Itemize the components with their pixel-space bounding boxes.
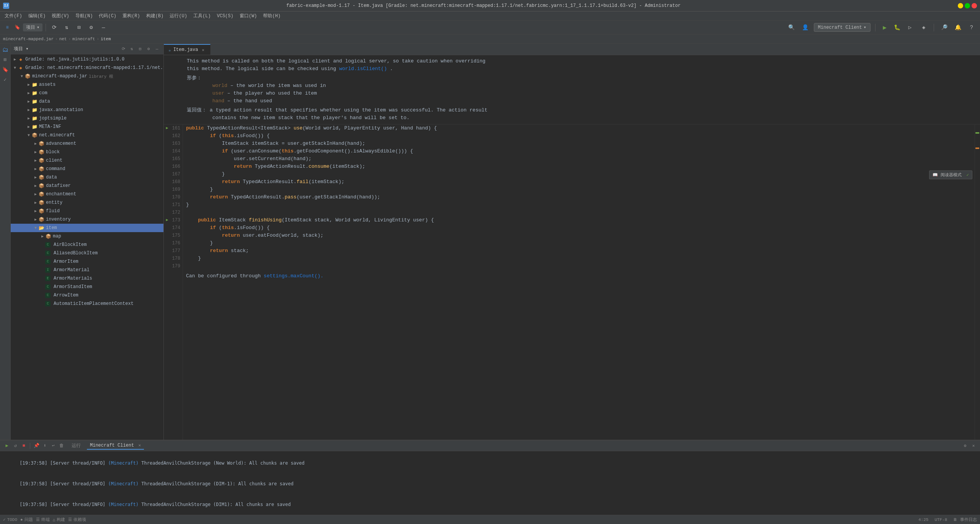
mc-client-dropdown[interactable]: Minecraft Client ▾ bbox=[814, 23, 871, 32]
run-clear-button[interactable]: 🗑 bbox=[58, 442, 65, 450]
hide-btn[interactable]: — bbox=[98, 22, 109, 33]
menu-code[interactable]: 代码(C) bbox=[96, 12, 119, 20]
tree-item-map[interactable]: ▶ 📦 map bbox=[11, 232, 163, 241]
status-terminal[interactable]: ☰ 终端 bbox=[36, 517, 50, 522]
tree-item-gradle1[interactable]: ▶ ◆ Gradle: net.java.jutils:jutils:1.0.0 bbox=[11, 55, 163, 64]
bookmarks-icon[interactable]: 🔖 bbox=[13, 23, 21, 32]
breadcrumb-net[interactable]: net bbox=[59, 37, 67, 41]
menu-build[interactable]: 构建(B) bbox=[143, 12, 167, 20]
reading-mode-button[interactable]: 📖 阅读器模式 ✓ bbox=[929, 170, 972, 179]
tree-item-item[interactable]: ▼ 📂 item bbox=[11, 224, 163, 232]
panel-collapse-icon[interactable]: ⊟ bbox=[137, 46, 144, 52]
tree-item-armoritem[interactable]: ▶ C ArmorItem bbox=[11, 257, 163, 266]
tree-item-advancement[interactable]: ▶ 📦 advancement bbox=[11, 139, 163, 148]
profile-btn[interactable]: ◈ bbox=[918, 22, 929, 33]
menu-file[interactable]: 文件(F) bbox=[2, 12, 25, 20]
breadcrumb-root[interactable]: minecraft-mapped.jar bbox=[3, 37, 54, 41]
debug-button[interactable]: 🐛 bbox=[892, 23, 902, 32]
project-dropdown[interactable]: 项目 ▾ bbox=[23, 23, 42, 31]
menu-tools[interactable]: 工具(L) bbox=[190, 12, 214, 20]
run-start-button[interactable]: ▶ bbox=[3, 442, 11, 450]
panel-settings-icon[interactable]: ⚙ bbox=[145, 46, 152, 52]
tree-item-mcjar[interactable]: ▼ 📦 minecraft-mapped.jar library 根 bbox=[11, 72, 163, 80]
bottom-tab-run[interactable]: 运行 bbox=[69, 442, 84, 450]
close-button[interactable] bbox=[972, 3, 977, 8]
maximize-button[interactable] bbox=[965, 3, 970, 8]
search-everywhere-btn[interactable]: 🔎 bbox=[939, 22, 949, 33]
tree-item-entity[interactable]: ▶ 📦 entity bbox=[11, 198, 163, 207]
status-event-log[interactable]: 🗎 事件日志 bbox=[953, 517, 977, 522]
tree-item-automaticitem[interactable]: ▶ C AutomaticItemPlacementContext bbox=[11, 300, 163, 308]
run-button[interactable]: ▶ bbox=[880, 23, 889, 32]
tree-item-client[interactable]: ▶ 📦 client bbox=[11, 156, 163, 165]
tree-item-armormaterial[interactable]: ▶ I ArmorMaterial bbox=[11, 266, 163, 274]
tree-item-com[interactable]: ▶ 📁 com bbox=[11, 89, 163, 97]
sort-btn[interactable]: ⇅ bbox=[61, 22, 72, 33]
tree-item-gradle2[interactable]: ▼ ◆ Gradle: net.minecraft:minecraft-mapp… bbox=[11, 64, 163, 72]
tree-item-javax[interactable]: ▶ 📁 javax.annotation bbox=[11, 106, 163, 114]
status-problems[interactable]: ● 问题 bbox=[20, 517, 33, 522]
gutter-run-icon-173[interactable]: ▶ bbox=[166, 216, 170, 224]
side-todo-icon[interactable]: ✓ bbox=[1, 75, 10, 84]
notifications-btn[interactable]: 🔔 bbox=[952, 22, 963, 33]
panel-sync-icon[interactable]: ⟳ bbox=[120, 46, 127, 52]
tree-item-airblockitem[interactable]: ▶ C AirBlockItem bbox=[11, 241, 163, 249]
menu-view[interactable]: 视图(V) bbox=[49, 12, 72, 20]
tree-item-armorstanditem[interactable]: ▶ C ArmorStandItem bbox=[11, 283, 163, 291]
bottom-settings-icon[interactable]: ⚙ bbox=[962, 442, 969, 449]
run-restart-button[interactable]: ↺ bbox=[11, 442, 19, 450]
tree-item-assets[interactable]: ▶ 📁 assets bbox=[11, 80, 163, 89]
status-todo[interactable]: ✓ TODO bbox=[3, 517, 17, 522]
tab-close-button[interactable]: ✕ bbox=[200, 47, 206, 52]
bottom-tab-mc-client[interactable]: Minecraft Client ✕ bbox=[87, 442, 144, 450]
tree-item-armormaterials[interactable]: ▶ E ArmorMaterials bbox=[11, 274, 163, 283]
tree-item-data2[interactable]: ▶ 📦 data bbox=[11, 173, 163, 182]
bottom-close-icon[interactable]: ✕ bbox=[970, 442, 977, 449]
tree-item-enchantment[interactable]: ▶ 📦 enchantment bbox=[11, 190, 163, 198]
tree-item-data[interactable]: ▶ 📁 data bbox=[11, 97, 163, 106]
help-btn[interactable]: ? bbox=[966, 22, 977, 33]
gutter-run-icon-161[interactable]: ▶ bbox=[166, 124, 170, 132]
tree-item-block[interactable]: ▶ 📦 block bbox=[11, 148, 163, 156]
minimize-button[interactable] bbox=[958, 3, 963, 8]
breadcrumb-item[interactable]: item bbox=[101, 37, 111, 41]
status-deps[interactable]: ☰ 依赖项 bbox=[68, 517, 86, 522]
menu-edit[interactable]: 编辑(E) bbox=[25, 12, 49, 20]
panel-close-icon[interactable]: — bbox=[154, 46, 160, 52]
tree-item-netmc[interactable]: ▼ 📦 net.minecraft bbox=[11, 131, 163, 139]
run-scroll-button[interactable]: ⬇ bbox=[41, 442, 49, 450]
menu-window[interactable]: 窗口(W) bbox=[237, 12, 260, 20]
breadcrumb-minecraft[interactable]: minecraft bbox=[72, 37, 95, 41]
project-view-icon[interactable]: ≡ bbox=[3, 23, 11, 32]
tree-item-command[interactable]: ▶ 📦 command bbox=[11, 165, 163, 173]
run-stop-button[interactable]: ■ bbox=[20, 442, 28, 450]
collapse-btn[interactable]: ⊟ bbox=[74, 22, 84, 33]
user-btn[interactable]: 👤 bbox=[800, 22, 811, 33]
menu-refactor[interactable]: 重构(R) bbox=[119, 12, 143, 20]
tree-item-inventory[interactable]: ▶ 📦 inventory bbox=[11, 215, 163, 224]
tree-container[interactable]: ▶ ◆ Gradle: net.java.jutils:jutils:1.0.0… bbox=[11, 54, 163, 440]
settings-btn[interactable]: ⚙ bbox=[86, 22, 96, 33]
side-bookmarks-icon[interactable]: 🔖 bbox=[1, 65, 10, 74]
tab-item-java[interactable]: ☕ Item.java ✕ bbox=[164, 44, 211, 55]
side-structure-icon[interactable]: ⊞ bbox=[1, 55, 10, 64]
search-btn[interactable]: 🔍 bbox=[786, 22, 797, 33]
menu-run[interactable]: 运行(U) bbox=[167, 12, 190, 20]
side-project-icon[interactable]: 🗂 bbox=[1, 45, 10, 54]
menu-vcs[interactable]: VCS(S) bbox=[214, 13, 236, 20]
tree-item-aliasedblockitem[interactable]: ▶ C AliasedBlockItem bbox=[11, 249, 163, 257]
coverage-btn[interactable]: ▷ bbox=[905, 22, 915, 33]
panel-filter-icon[interactable]: ⇅ bbox=[128, 46, 135, 52]
status-build[interactable]: △ 构建 bbox=[53, 517, 65, 522]
menu-help[interactable]: 帮助(H) bbox=[260, 12, 284, 20]
tree-item-fluid[interactable]: ▶ 📦 fluid bbox=[11, 207, 163, 215]
menu-navigate[interactable]: 导航(N) bbox=[72, 12, 96, 20]
run-wrap-button[interactable]: ↩ bbox=[49, 442, 57, 450]
tree-item-metainf[interactable]: ▶ 📁 META-INF bbox=[11, 123, 163, 131]
status-encoding[interactable]: UTF-8 bbox=[934, 517, 947, 522]
run-pin-button[interactable]: 📌 bbox=[33, 442, 40, 450]
tree-item-arrowitem[interactable]: ▶ C ArrowItem bbox=[11, 291, 163, 300]
bottom-tab-close[interactable]: ✕ bbox=[138, 443, 141, 448]
tree-item-datafixer[interactable]: ▶ 📦 datafixer bbox=[11, 182, 163, 190]
sync-btn[interactable]: ⟳ bbox=[49, 22, 60, 33]
